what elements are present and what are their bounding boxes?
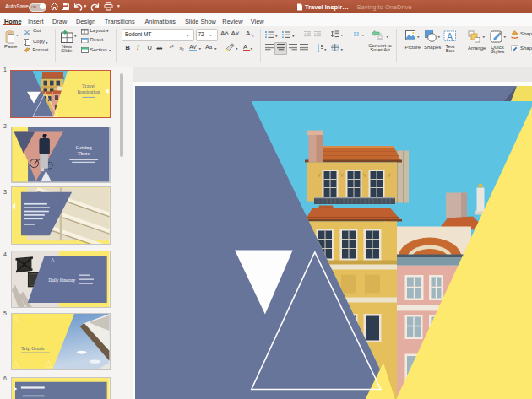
- svg-text:A: A: [447, 31, 453, 40]
- svg-text:Trip Goals: Trip Goals: [21, 345, 45, 351]
- svg-text:Daily Itinerary: Daily Itinerary: [49, 278, 76, 283]
- svg-text:Getting: Getting: [76, 144, 93, 150]
- svg-text:Travel: Travel: [82, 83, 95, 88]
- svg-text:Inspiration: Inspiration: [78, 89, 100, 94]
- svg-text:There: There: [78, 150, 90, 156]
